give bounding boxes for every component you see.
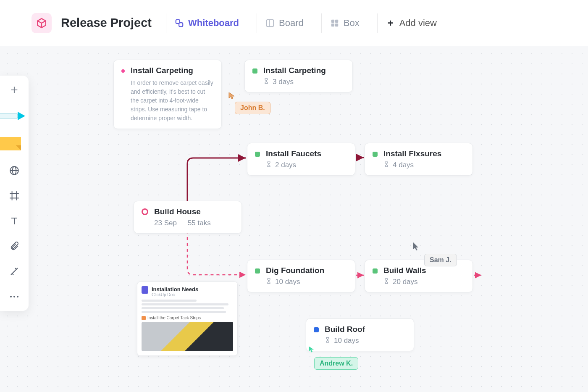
user-tag-john: John B.	[235, 102, 270, 114]
svg-point-24	[10, 296, 12, 297]
whiteboard-canvas[interactable]: Install Carpeting In order to remove car…	[0, 46, 588, 392]
task-count: 55 taks	[188, 219, 211, 227]
doc-installation-needs[interactable]: Installation Needs ClickUp Doc Install t…	[137, 282, 238, 356]
header-bar: Release Project Whiteboard Board Box + A…	[0, 0, 588, 46]
svg-rect-5	[335, 19, 338, 22]
tab-label: Whiteboard	[188, 18, 239, 29]
note-body: In order to remove carpet easily and eff…	[131, 79, 214, 123]
doc-image-preview	[142, 322, 233, 351]
parent-task-dot-icon	[142, 208, 148, 215]
doc-icon	[142, 286, 148, 294]
task-build-roof[interactable]: Build Roof 10 days	[306, 318, 414, 351]
tab-board[interactable]: Board	[257, 13, 312, 33]
task-duration: 2 days	[275, 161, 296, 169]
user-tag-sam: Sam J.	[424, 254, 457, 266]
hourglass-icon	[266, 161, 272, 169]
cursor-andrew	[308, 345, 315, 353]
tool-add[interactable]: +	[6, 83, 23, 97]
note-dot-icon	[121, 69, 125, 73]
status-dot	[373, 152, 378, 157]
tool-text-icon[interactable]	[6, 214, 23, 228]
svg-rect-7	[335, 23, 338, 26]
box-icon	[330, 18, 339, 28]
task-title: Dig Foundation	[266, 266, 324, 275]
task-install-fixtures[interactable]: Install Fixsures 4 days	[365, 143, 473, 176]
connector-walls-next	[474, 271, 491, 279]
task-title: Install Fixsures	[383, 149, 441, 158]
task-title: Install Faucets	[266, 149, 321, 158]
task-duration: 4 days	[393, 161, 414, 169]
svg-rect-4	[331, 19, 334, 22]
cursor-john	[228, 92, 236, 100]
tool-more-icon[interactable]	[6, 290, 23, 303]
doc-section-heading: Install the Carpet Tack Strips	[142, 316, 233, 320]
doc-text-line	[142, 307, 224, 309]
task-duration: 10 days	[275, 278, 300, 286]
svg-point-26	[17, 296, 18, 297]
note-install-carpeting[interactable]: Install Carpeting In order to remove car…	[113, 60, 222, 129]
hourglass-icon	[263, 78, 269, 86]
note-title: Install Carpeting	[131, 66, 214, 75]
task-build-house[interactable]: Build House 23 Sep 55 taks	[134, 201, 242, 234]
whiteboard-icon	[175, 18, 184, 28]
status-dot	[255, 152, 260, 157]
task-date: 23 Sep	[154, 219, 177, 227]
status-dot	[252, 68, 257, 74]
tab-label: Add view	[399, 18, 437, 29]
tab-label: Board	[279, 18, 304, 29]
task-duration: 3 days	[273, 78, 294, 86]
hourglass-icon	[266, 278, 272, 286]
status-dot	[255, 268, 260, 274]
hourglass-icon	[383, 161, 389, 169]
project-icon	[32, 13, 52, 33]
tool-attachment-icon[interactable]	[6, 239, 23, 253]
task-duration: 20 days	[393, 278, 418, 286]
hourglass-icon	[325, 337, 331, 345]
status-dot	[373, 268, 378, 274]
task-duration: 10 days	[334, 337, 359, 345]
tab-label: Box	[344, 18, 360, 29]
svg-rect-6	[331, 23, 334, 26]
svg-marker-12	[18, 112, 25, 120]
tab-add-view[interactable]: + Add view	[377, 13, 445, 33]
doc-title: Installation Needs	[152, 286, 198, 292]
tab-whiteboard[interactable]: Whiteboard	[166, 13, 247, 33]
section-badge-icon	[142, 316, 146, 320]
hourglass-icon	[383, 278, 389, 286]
whiteboard-toolbar: +	[0, 76, 29, 311]
svg-rect-13	[0, 137, 21, 150]
tool-connector-icon[interactable]	[6, 265, 23, 278]
task-install-faucets[interactable]: Install Faucets 2 days	[247, 143, 355, 176]
doc-section-text: Install the Carpet Tack Strips	[147, 316, 201, 320]
tab-box[interactable]: Box	[321, 13, 368, 33]
task-title: Build Walls	[383, 266, 426, 275]
tool-web-icon[interactable]	[6, 164, 23, 177]
tool-sticky-note[interactable]	[0, 135, 29, 152]
tool-pen[interactable]	[0, 108, 29, 124]
task-dig-foundation[interactable]: Dig Foundation 10 days	[247, 260, 355, 292]
task-title: Build House	[154, 207, 211, 216]
doc-subtitle: ClickUp Doc	[152, 292, 198, 297]
user-tag-andrew: Andrew K.	[314, 357, 358, 370]
plus-icon: +	[386, 18, 395, 28]
task-install-carpeting[interactable]: Install Carpeting 3 days	[244, 60, 353, 92]
svg-rect-1	[179, 23, 183, 26]
task-title: Install Carpeting	[263, 66, 326, 75]
status-dot	[314, 327, 319, 332]
doc-text-line	[142, 303, 228, 305]
svg-rect-2	[267, 19, 274, 26]
svg-point-25	[13, 296, 15, 297]
board-icon	[265, 18, 275, 28]
project-title: Release Project	[61, 16, 152, 30]
doc-text-line	[142, 311, 226, 313]
doc-text-line	[142, 300, 197, 302]
task-title: Build Roof	[325, 325, 365, 334]
svg-rect-11	[0, 113, 18, 118]
cursor-sam	[412, 242, 420, 251]
tool-frame-icon[interactable]	[6, 189, 23, 203]
